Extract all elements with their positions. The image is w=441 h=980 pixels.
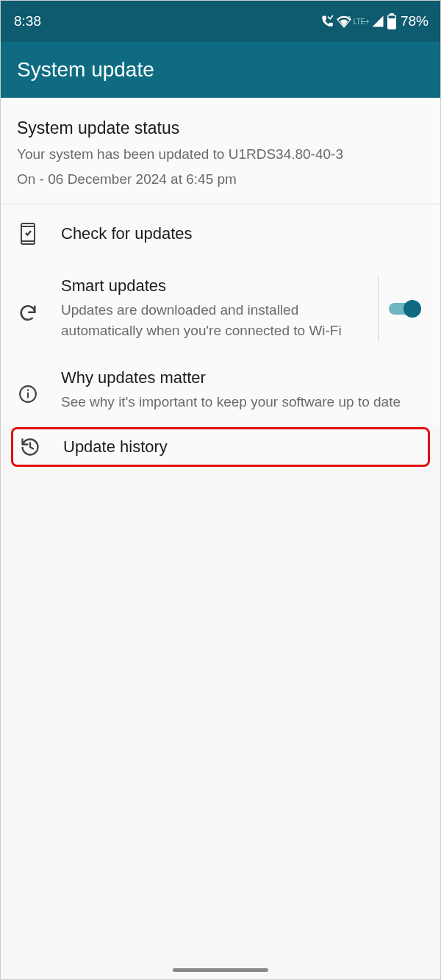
- battery-percentage: 78%: [401, 13, 429, 29]
- svg-rect-3: [388, 16, 395, 19]
- wifi-icon: 6: [337, 15, 351, 28]
- smart-updates-row[interactable]: Smart updates Updates are downloaded and…: [1, 263, 440, 355]
- smart-updates-desc: Updates are downloaded and installed aut…: [61, 300, 368, 342]
- phone-check-icon: [17, 222, 39, 246]
- svg-rect-2: [390, 13, 394, 15]
- smart-updates-label: Smart updates: [61, 276, 368, 296]
- page-title-bar: System update: [1, 42, 440, 98]
- navigation-bar-indicator[interactable]: [173, 968, 268, 972]
- status-bar: 8:38 6 LTE+ 78%: [1, 1, 440, 42]
- svg-text:6: 6: [347, 15, 350, 21]
- check-for-updates-row[interactable]: Check for updates: [1, 204, 440, 263]
- update-history-label: Update history: [63, 437, 422, 457]
- why-updates-matter-row[interactable]: Why updates matter See why it's importan…: [1, 355, 440, 426]
- status-icons: 6 LTE+ 78%: [320, 13, 429, 29]
- signal-icon: [371, 15, 384, 28]
- refresh-icon: [17, 303, 39, 323]
- status-time: 8:38: [14, 13, 41, 29]
- why-matter-desc: See why it's important to keep your soft…: [61, 392, 424, 413]
- svg-point-8: [27, 389, 29, 391]
- update-status-title: System update status: [17, 118, 424, 138]
- update-history-row[interactable]: Update history: [11, 427, 430, 467]
- update-status-section: System update status Your system has bee…: [1, 98, 440, 204]
- page-title: System update: [17, 58, 154, 82]
- info-icon: [17, 385, 39, 404]
- history-icon: [19, 437, 41, 457]
- why-matter-label: Why updates matter: [61, 368, 424, 387]
- wifi-calling-icon: [320, 14, 334, 29]
- update-status-message: Your system has been updated to U1RDS34.…: [17, 144, 424, 165]
- battery-icon: [387, 13, 397, 29]
- update-status-date: On - 06 December 2024 at 6:45 pm: [17, 171, 424, 187]
- lte-indicator: LTE+: [354, 18, 369, 26]
- smart-updates-toggle[interactable]: [389, 300, 421, 318]
- check-for-updates-label: Check for updates: [61, 224, 424, 243]
